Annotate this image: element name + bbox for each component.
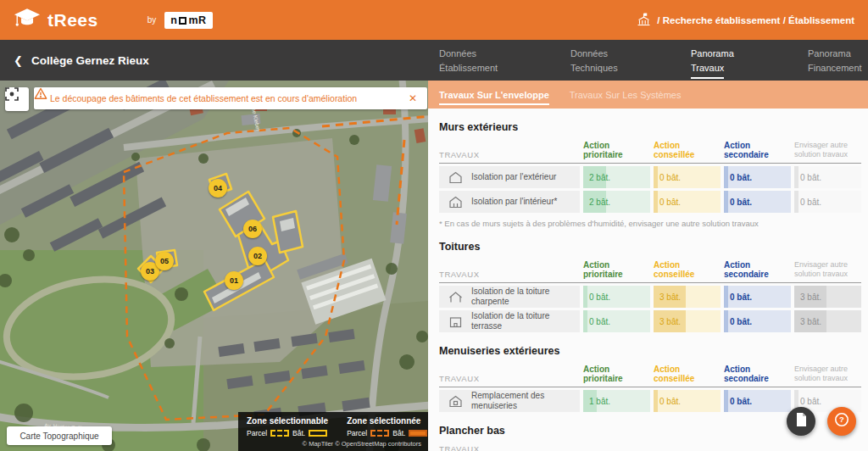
travaux-panel: Travaux Sur L'enveloppe Travaux Sur Les …	[428, 81, 868, 451]
building-marker-06[interactable]: 06	[243, 220, 262, 238]
section-title: Murs extérieurs	[439, 121, 861, 133]
satellite-map[interactable]: Rue Kleber Av. Hector Golliot 0102030405…	[0, 81, 428, 451]
topographic-map-button[interactable]: Carte Topographique	[7, 426, 112, 445]
parcel-selected-swatch	[370, 430, 389, 437]
value-cell-amber: 0 bât.	[654, 166, 721, 188]
graduation-cap-icon	[14, 7, 41, 33]
value-cell-blue: 0 bât.	[724, 390, 791, 412]
secondary-nav: ❮ Collège Gernez Rieux DonnéesÉtablissem…	[0, 40, 868, 81]
travaux-label: Remplacement des menuiseries	[471, 391, 580, 412]
value-text: 0 bât.	[583, 292, 610, 302]
tab-travaux-enveloppe[interactable]: Travaux Sur L'enveloppe	[439, 81, 549, 109]
section-footnote: * En cas de murs sujets à des problèmes …	[439, 219, 861, 228]
column-header-travaux: TRAVAUX	[439, 444, 580, 451]
column-header-travaux: TRAVAUX	[439, 150, 580, 159]
building-marker-01[interactable]: 01	[225, 271, 243, 290]
building-selectable-swatch	[309, 430, 327, 437]
value-cell-blue: 0 bât.	[724, 166, 791, 188]
namr-square-glyph	[179, 17, 186, 25]
value-cell-amber: 0 bât.	[654, 191, 721, 213]
column-header: Envisager autre solution travaux	[794, 260, 861, 279]
value-text: 0 bât.	[654, 198, 681, 207]
value-text: 0 bât.	[583, 317, 610, 326]
tab-donnees-techniques[interactable]: DonnéesTechniques	[570, 47, 618, 75]
value-text: 0 bât.	[794, 173, 821, 182]
tab-travaux-systemes[interactable]: Travaux Sur Les Systèmes	[570, 81, 682, 109]
travaux-cell: Isolation par l'intérieur*	[439, 191, 580, 213]
document-icon	[796, 413, 807, 430]
table-header: TRAVAUX	[439, 444, 861, 451]
column-header: Action conseillée	[654, 141, 721, 159]
house-outline-icon	[439, 170, 471, 185]
travaux-label: Isolation par l'extérieur	[471, 172, 559, 183]
panel-tabbar: Travaux Sur L'enveloppe Travaux Sur Les …	[428, 81, 868, 109]
map-attribution[interactable]: © MapTiler © OpenStreetMap contributors	[247, 437, 421, 449]
column-header: Action prioritaire	[583, 141, 650, 159]
table-header: TRAVAUXAction prioritaireAction conseill…	[439, 141, 861, 164]
column-header: Action conseillée	[654, 365, 721, 383]
column-header: Action secondaire	[724, 260, 791, 279]
value-text: 0 bât.	[724, 173, 752, 182]
help-button[interactable]: ?	[827, 407, 856, 436]
table-header: TRAVAUXAction prioritaireAction conseill…	[439, 260, 861, 283]
top-header: tRees by nmR / Recherche établissement /…	[0, 0, 868, 40]
value-cell-green: 0 bât.	[583, 310, 650, 332]
value-text: 2 bât.	[583, 173, 610, 182]
building-marker-02[interactable]: 02	[248, 247, 267, 265]
column-header-travaux: TRAVAUX	[439, 270, 580, 279]
table-row: Isolation de la toiture charpente0 bât.3…	[439, 286, 861, 308]
value-text: 3 bât.	[654, 317, 681, 326]
value-text: 0 bât.	[724, 317, 752, 326]
column-header: Action prioritaire	[583, 260, 650, 279]
brand-logo[interactable]: tRees	[14, 7, 98, 33]
brand-name: tRees	[47, 10, 98, 31]
value-cell-gray: 3 bât.	[794, 286, 861, 308]
breadcrumb[interactable]: / Recherche établissement / Établissemen…	[637, 13, 854, 28]
travaux-cell: Isolation par l'extérieur	[439, 166, 580, 188]
back-chevron-icon[interactable]: ❮	[14, 55, 23, 66]
works-sections: Murs extérieursTRAVAUXAction prioritaire…	[428, 121, 868, 451]
breadcrumb-text: / Recherche établissement / Établissemen…	[657, 15, 854, 25]
recenter-map-button[interactable]	[5, 87, 29, 111]
building-marker-05[interactable]: 05	[155, 252, 174, 270]
tab-donnees-etablissement[interactable]: DonnéesÉtablissement	[439, 47, 498, 75]
parcel-selectable-swatch	[270, 430, 289, 437]
house-window-icon	[439, 394, 471, 409]
bat-label: Bât.	[292, 429, 305, 437]
school-building-icon	[637, 13, 651, 28]
parcel-label: Parcel	[247, 429, 267, 437]
close-icon[interactable]: ✕	[407, 92, 419, 104]
legend-selected: Zone sélectionnée Parcel Bât.	[347, 416, 427, 437]
value-text: 0 bât.	[654, 397, 681, 406]
table-row: Isolation par l'intérieur*2 bât.0 bât.0 …	[439, 191, 861, 213]
value-cell-green: 2 bât.	[583, 191, 650, 213]
column-header: Action prioritaire	[583, 365, 650, 383]
value-cell-blue: 0 bât.	[724, 310, 791, 332]
help-icon: ?	[834, 412, 849, 431]
establishment-title: Collège Gernez Rieux	[31, 54, 149, 67]
section-murs-ext-rieurs: Murs extérieursTRAVAUXAction prioritaire…	[439, 121, 861, 228]
building-marker-04[interactable]: 04	[209, 179, 227, 198]
roof-pitched-icon	[439, 290, 471, 304]
value-cell-gray: 3 bât.	[794, 310, 861, 332]
building-selected-swatch	[409, 430, 427, 437]
value-text: 0 bât.	[724, 198, 752, 207]
warning-banner: Le découpage des bâtiments de cet établi…	[34, 87, 427, 109]
section-title: Menuiseries extérieures	[439, 345, 861, 357]
value-text: 0 bât.	[794, 397, 821, 406]
namr-logo: nmR	[164, 12, 212, 29]
warning-text: Le découpage des bâtiments de cet établi…	[50, 93, 399, 103]
tab-panorama-financement[interactable]: PanoramaFinancement	[808, 47, 862, 75]
by-label: by	[147, 15, 157, 25]
value-cell-plain: 0 bât.	[794, 191, 861, 213]
value-cell-green: 2 bât.	[583, 166, 650, 188]
value-cell-plain: 0 bât.	[794, 166, 861, 188]
section-toitures: ToituresTRAVAUXAction prioritaireAction …	[439, 241, 861, 332]
travaux-label: Isolation par l'intérieur*	[471, 197, 560, 208]
value-text: 3 bât.	[654, 292, 681, 302]
tab-panorama-travaux[interactable]: PanoramaTravaux	[691, 47, 734, 79]
value-cell-green: 1 bât.	[583, 390, 650, 412]
export-document-button[interactable]	[787, 407, 815, 436]
column-header: Envisager autre solution travaux	[794, 365, 861, 383]
value-cell-blue: 0 bât.	[724, 191, 791, 213]
